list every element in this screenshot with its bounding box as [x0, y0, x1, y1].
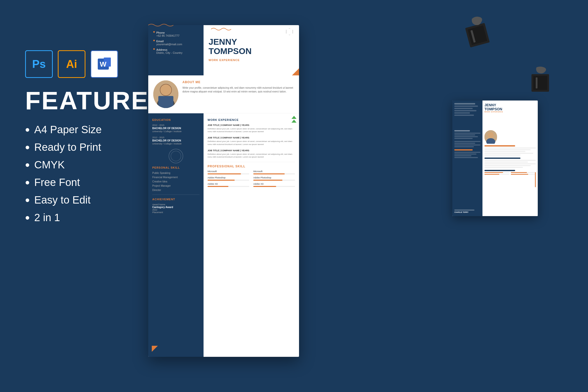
svg-marker-12 [291, 120, 297, 123]
skill-bar-microsoft-1: Microsoft [208, 170, 249, 174]
skill-project: Project Manager [152, 184, 200, 187]
preview-header-left [452, 101, 482, 128]
edu-degree-1: BACHELOR OF DESIGN [152, 127, 200, 130]
address-contact: Address Distric, City - Country [153, 48, 199, 54]
feature-item-3: CMYK [25, 158, 131, 171]
skill-bar-xd-2: Adobe XD [253, 183, 295, 187]
feature-item-5: Easy to Edit [25, 193, 131, 207]
email-dot [153, 40, 155, 41]
phone-contact: Phone +62 85 743041777 [153, 31, 199, 37]
preview-name-line1: JENNY [484, 103, 536, 107]
wave-decoration [211, 27, 231, 31]
profile-photo [153, 80, 178, 108]
email-value: youremail@mail.com [156, 43, 182, 46]
resume-name-line1: JENNY [209, 37, 294, 46]
work-experience-label: WORK EXPERIENCE [209, 59, 294, 62]
svg-rect-20 [533, 76, 547, 90]
about-content: ABOUT ME Write your profile, consectetue… [182, 80, 294, 108]
skill-fill-ps2 [253, 180, 282, 181]
job-item-3: JOB TITLE | COMPANY NAME | YEARS Definit… [208, 149, 295, 158]
phone-dot [153, 31, 155, 33]
skill-track-xd2 [253, 186, 295, 187]
app-icons-row: Ps Ai W [25, 50, 131, 78]
skill-financial: Financial Management [152, 176, 200, 179]
word-icon: W [90, 50, 118, 78]
hex-decoration [286, 28, 293, 35]
preview-body-right [482, 128, 538, 216]
skill-fill-ms2 [253, 173, 285, 174]
preview-work-label: WORK EXPERIENCE [484, 111, 536, 113]
feature-item-4: Free Font [25, 176, 131, 189]
preview-body-left: CHARLIE TERRY [452, 128, 482, 216]
skill-fill-ps1 [208, 180, 235, 181]
edu-year-1: 2012 - 2015 [152, 124, 200, 126]
resume-header-left: Phone +62 85 743041777 Email youremail@m… [148, 25, 204, 75]
edu-degree-2: BACHELOR OF DESIGN [152, 139, 200, 142]
feature-item-6: 2 in 1 [25, 211, 131, 224]
skill-label-ms1: Microsoft [208, 170, 249, 173]
skill-bar-row-3: Adobe XD Adobe XD [208, 183, 295, 187]
award-name-label: Award Name [152, 203, 200, 206]
job-title-2: JOB TITLE | COMPANY NAME | YEARS [208, 136, 295, 139]
illustrator-icon: Ai [58, 50, 85, 78]
preview-profile-photo [484, 130, 497, 144]
resume-preview-card: JENNY TOMPSON WORK EXPERIENCE CHARLIE TE… [452, 101, 538, 216]
orange-triangle-bottom [152, 346, 158, 352]
skill-bar-row-1: Microsoft Microsoft [208, 170, 295, 174]
svg-rect-21 [536, 77, 537, 88]
photoshop-icon: Ps [25, 50, 53, 78]
svg-point-14 [488, 132, 494, 138]
address-value: Distric, City - Country [156, 51, 182, 54]
svg-point-7 [161, 84, 170, 94]
email-contact: Email youremail@mail.com [153, 40, 199, 46]
edu-school-1: University / Collage / Institute [152, 130, 200, 133]
circle-decoration [168, 149, 183, 164]
skill-fill-xd1 [208, 186, 228, 187]
address-dot [153, 48, 155, 50]
skill-label-ps1: Adobe Photoshop [208, 176, 249, 179]
achievement-title: ACHIEVEMENT [152, 198, 200, 201]
job-desc-3: Definition about your job. Lorem ipsum d… [208, 153, 295, 158]
resume-main-card: Phone +62 85 743041777 Email youremail@m… [148, 25, 299, 357]
arrow-decoration [291, 116, 297, 123]
binder-clip-2 [528, 65, 553, 95]
award-bold: Cantogory Award [152, 206, 200, 209]
skill-bar-xd-1: Adobe XD [208, 183, 249, 187]
skill-label-xd2: Adobe XD [253, 183, 295, 185]
preview-header: JENNY TOMPSON WORK EXPERIENCE [452, 101, 538, 128]
skill-public-speaking: Public Speaking [152, 172, 200, 174]
achievement-item: Award Name Cantogory Award 2022 Placemen… [152, 203, 200, 214]
orange-triangle-header [292, 68, 299, 75]
svg-point-10 [171, 151, 181, 161]
preview-name-line2: TOMPSON [484, 107, 536, 111]
svg-text:W: W [100, 60, 107, 68]
top-wave-orange [148, 23, 173, 29]
skill-label-xd1: Adobe XD [208, 183, 249, 185]
feature-title: FEATURE [25, 88, 131, 113]
resume-name-line2: TOMPSON [209, 46, 294, 56]
resume-body-left: EDUCATION 2012 - 2015 BACHELOR OF DESIGN… [148, 113, 204, 357]
feature-item-1: A4 Paper Size [25, 123, 131, 136]
edu-year-2: 2012 - 2015 [152, 136, 200, 139]
job-title-3: JOB TITLE | COMPANY NAME | YEARS [208, 149, 295, 152]
skill-bar-row-2: Adobe Photoshop Adobe Photoshop [208, 176, 295, 181]
skill-label-ps2: Adobe Photoshop [253, 176, 295, 179]
skill-fill-xd2 [253, 186, 276, 187]
skill-bar-ps-1: Adobe Photoshop [208, 176, 249, 181]
skill-bar-microsoft-2: Microsoft [253, 170, 295, 174]
svg-rect-8 [158, 96, 173, 108]
preview-header-right: JENNY TOMPSON WORK EXPERIENCE [482, 101, 538, 128]
professional-skill-title: PROFESSIONAL SKILL [208, 165, 295, 168]
address-label: Address [156, 48, 182, 51]
award-year: 2022 [152, 209, 200, 211]
job-desc-1: Definition about your job. Lorem ipsum d… [208, 127, 295, 133]
skill-bar-ps-2: Adobe Photoshop [253, 176, 295, 181]
edu-school-2: University / Collage / Institute [152, 142, 200, 145]
resume-body: EDUCATION 2012 - 2015 BACHELOR OF DESIGN… [148, 113, 299, 357]
preview-body: CHARLIE TERRY [452, 128, 538, 216]
skill-directer: Directer [152, 189, 200, 191]
skill-track-xd1 [208, 186, 249, 187]
left-panel: Ps Ai W FEATURE A4 Paper Size Ready to P… [25, 50, 131, 229]
personal-skill-title: PERSONAL SKILL [152, 166, 200, 169]
skill-track-ps2 [253, 180, 295, 181]
